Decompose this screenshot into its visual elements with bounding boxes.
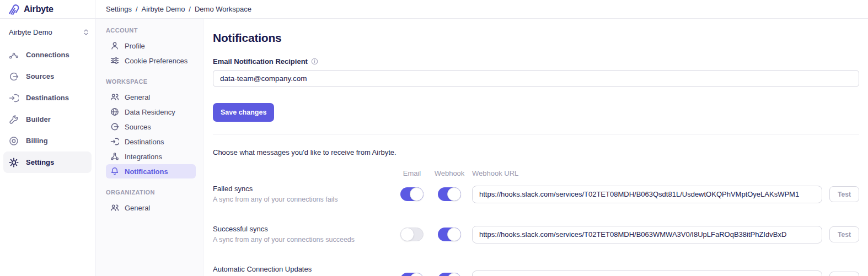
- email-recipient-input[interactable]: [213, 70, 859, 87]
- settings-nav-section-workspace: WORKSPACE General Data Residency: [106, 78, 196, 178]
- column-header-webhook: Webhook: [431, 169, 468, 177]
- breadcrumb: Settings / Airbyte Demo / Demo Workspace: [95, 0, 251, 18]
- breadcrumb-workspace[interactable]: Demo Workspace: [195, 5, 251, 13]
- integrations-icon: [110, 152, 119, 161]
- sidebar-item-label: Settings: [26, 158, 54, 166]
- breadcrumb-separator: /: [189, 5, 191, 13]
- section-divider: [213, 134, 859, 134]
- notifications-table-header: Email Webhook Webhook URL: [213, 169, 859, 177]
- toggle-knob: [410, 273, 424, 276]
- sliders-icon: [110, 56, 119, 65]
- settings-nav-item-label: Profile: [125, 42, 145, 50]
- settings-nav-section-account: ACCOUNT Profile Cookie Preferences: [106, 27, 196, 68]
- users-icon: [110, 93, 119, 101]
- test-webhook-button[interactable]: Test: [829, 226, 859, 242]
- main-sidebar: Airbyte Demo Connections: [0, 19, 95, 276]
- breadcrumb-organization[interactable]: Airbyte Demo: [142, 5, 185, 13]
- sidebar-item-settings[interactable]: Settings: [3, 151, 92, 173]
- sidebar-item-builder[interactable]: Builder: [3, 109, 92, 130]
- settings-nav-item-destinations[interactable]: Destinations: [106, 134, 196, 149]
- section-title: WORKSPACE: [106, 78, 196, 85]
- webhook-url-input[interactable]: [472, 270, 822, 276]
- notifications-table: Email Webhook Webhook URL Failed syncs A…: [213, 169, 859, 276]
- settings-nav-item-sources[interactable]: Sources: [106, 120, 196, 134]
- webhook-url-cell: [468, 226, 829, 243]
- settings-nav-item-integrations[interactable]: Integrations: [106, 149, 196, 164]
- settings-nav-item-label: Data Residency: [125, 108, 175, 116]
- row-text: Failed syncs A sync from any of your con…: [213, 185, 393, 204]
- webhook-url-input[interactable]: [472, 226, 822, 243]
- workspace-selector-label: Airbyte Demo: [9, 28, 52, 36]
- sidebar-item-label: Billing: [26, 137, 48, 145]
- connections-icon: [9, 50, 19, 60]
- settings-nav-item-label: Integrations: [125, 153, 162, 161]
- bell-icon: [110, 167, 119, 176]
- column-header-email: Email: [393, 169, 431, 177]
- sidebar-item-label: Sources: [26, 72, 54, 80]
- sidebar-item-label: Builder: [26, 115, 51, 123]
- source-icon: [110, 122, 119, 131]
- test-webhook-button[interactable]: Test: [829, 272, 859, 276]
- gear-icon: [9, 158, 19, 167]
- logo-area[interactable]: Airbyte: [0, 0, 95, 18]
- email-toggle[interactable]: [400, 228, 424, 241]
- sidebar-item-sources[interactable]: Sources: [3, 66, 92, 87]
- webhook-url-cell: [468, 186, 829, 203]
- settings-nav-item-label: Sources: [125, 123, 151, 131]
- info-icon[interactable]: [311, 58, 318, 65]
- logo-wordmark: Airbyte: [24, 4, 53, 14]
- row-text: Successful syncs A sync from any of your…: [213, 225, 393, 245]
- webhook-toggle[interactable]: [438, 273, 461, 276]
- breadcrumb-settings[interactable]: Settings: [106, 5, 132, 13]
- breadcrumb-separator: /: [136, 5, 138, 13]
- webhook-toggle[interactable]: [438, 187, 461, 201]
- email-recipient-label: Email Notification Recipient: [213, 57, 859, 66]
- save-changes-button[interactable]: Save changes: [213, 103, 274, 122]
- settings-nav-item-label: Cookie Preferences: [125, 57, 187, 65]
- settings-nav-item-data-residency[interactable]: Data Residency: [106, 105, 196, 119]
- settings-nav-item-cookie-preferences[interactable]: Cookie Preferences: [106, 53, 196, 68]
- notifications-description: Choose what messages you'd like to recei…: [213, 148, 859, 156]
- billing-icon: [9, 136, 19, 146]
- email-toggle[interactable]: [400, 187, 424, 201]
- sidebar-item-billing[interactable]: Billing: [3, 130, 92, 151]
- webhook-url-cell: [468, 270, 829, 276]
- toggle-knob: [447, 273, 461, 276]
- settings-nav-item-org-general[interactable]: General: [106, 201, 196, 215]
- toggle-knob: [410, 187, 424, 201]
- test-webhook-button[interactable]: Test: [829, 186, 859, 202]
- row-text: Automatic Connection Updates A connectio…: [213, 265, 393, 276]
- settings-nav-item-general[interactable]: General: [106, 90, 196, 104]
- settings-nav-item-label: Destinations: [125, 138, 164, 146]
- settings-nav-item-profile[interactable]: Profile: [106, 39, 196, 53]
- destination-icon: [110, 137, 119, 146]
- row-name: Failed syncs: [213, 185, 393, 193]
- webhook-toggle[interactable]: [438, 228, 461, 241]
- notification-row-failed-syncs: Failed syncs A sync from any of your con…: [213, 185, 859, 204]
- users-icon: [110, 203, 119, 212]
- wrench-icon: [9, 115, 19, 125]
- toggle-knob: [447, 228, 461, 241]
- sidebar-item-label: Connections: [26, 51, 69, 59]
- webhook-url-input[interactable]: [472, 186, 822, 203]
- source-icon: [9, 72, 19, 82]
- row-name: Successful syncs: [213, 225, 393, 233]
- toggle-knob: [447, 187, 461, 201]
- settings-nav-item-label: General: [125, 204, 150, 212]
- settings-nav-item-label: Notifications: [125, 167, 168, 176]
- sidebar-item-destinations[interactable]: Destinations: [3, 87, 92, 109]
- row-name: Automatic Connection Updates: [213, 265, 393, 273]
- page-title: Notifications: [213, 31, 859, 45]
- settings-nav-item-notifications[interactable]: Notifications: [106, 164, 196, 178]
- sidebar-item-label: Destinations: [26, 94, 69, 102]
- notification-row-successful-syncs: Successful syncs A sync from any of your…: [213, 225, 859, 245]
- main-content: Notifications Email Notification Recipie…: [203, 19, 868, 276]
- sidebar-item-connections[interactable]: Connections: [3, 44, 92, 66]
- user-icon: [110, 41, 119, 50]
- workspace-selector[interactable]: Airbyte Demo: [0, 24, 95, 40]
- globe-icon: [110, 107, 119, 116]
- top-bar: Airbyte Settings / Airbyte Demo / Demo W…: [0, 0, 868, 19]
- column-header-webhook-url: Webhook URL: [468, 169, 829, 177]
- settings-nav-section-organization: ORGANIZATION General: [106, 189, 196, 215]
- email-toggle[interactable]: [400, 273, 424, 276]
